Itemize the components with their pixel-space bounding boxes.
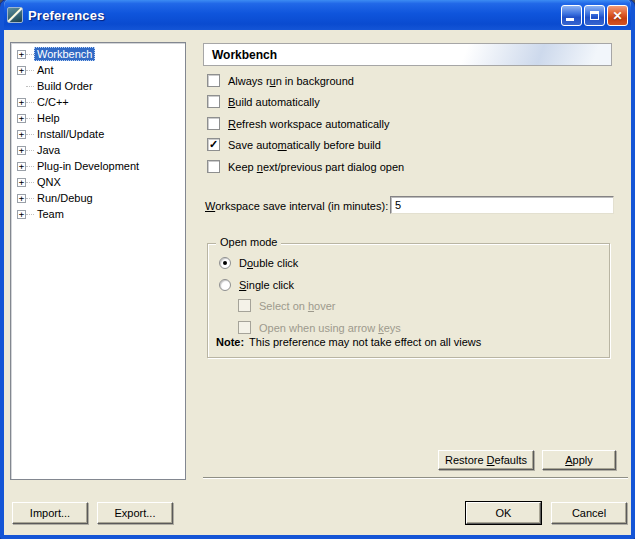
tree-connector: [26, 134, 34, 135]
checkbox-box: [238, 321, 251, 334]
workspace-save-interval-label: Workspace save interval (in minutes):: [205, 200, 388, 212]
checkbox-box[interactable]: [207, 95, 220, 108]
expander-icon[interactable]: +: [17, 194, 26, 203]
tree-item-label[interactable]: Install/Update: [34, 127, 107, 141]
checkbox-box[interactable]: [207, 117, 220, 130]
checkbox-box[interactable]: [207, 160, 220, 173]
tree-connector: [26, 54, 34, 55]
tree-item-ant[interactable]: + Ant: [11, 62, 185, 78]
dialog-body: + Workbench + Ant Build Order + C/C++ +: [4, 30, 631, 535]
checkbox-label: Build automatically: [228, 96, 320, 108]
footer-separator: [203, 477, 628, 479]
tree-item-workbench[interactable]: + Workbench: [11, 46, 185, 62]
preferences-dialog: Preferences ✕ + Workbench + Ant Build Or…: [0, 0, 635, 539]
close-button[interactable]: ✕: [607, 5, 628, 26]
tree-item-label[interactable]: Team: [34, 207, 67, 221]
checkbox-refresh-workspace[interactable]: Refresh workspace automatically: [207, 117, 389, 130]
checkbox-label: Save automatically before build: [228, 139, 381, 151]
radio-single-click[interactable]: Single click: [219, 279, 294, 291]
maximize-icon: [590, 11, 599, 20]
checkbox-always-run-in-background[interactable]: Always run in background: [207, 74, 354, 87]
minimize-icon: [566, 18, 574, 21]
radio-label: Single click: [239, 279, 294, 291]
tree-item-label[interactable]: Help: [34, 111, 63, 125]
tree-item-plugin-development[interactable]: + Plug-in Development: [11, 158, 185, 174]
checkbox-label: Select on hover: [259, 300, 335, 312]
tree-item-label[interactable]: C/C++: [34, 95, 72, 109]
radio-label: Double click: [239, 257, 298, 269]
tree-item-label[interactable]: Plug-in Development: [34, 159, 142, 173]
expander-icon[interactable]: +: [17, 114, 26, 123]
page-title-banner: Workbench: [203, 43, 612, 66]
expander-icon[interactable]: +: [17, 130, 26, 139]
expander-icon[interactable]: +: [17, 162, 26, 171]
checkmark-icon: ✓: [209, 139, 218, 150]
tree-connector: [26, 102, 34, 103]
tree-connector: [26, 198, 34, 199]
checkbox-select-on-hover: Select on hover: [238, 299, 335, 312]
apply-button[interactable]: Apply: [542, 450, 616, 470]
checkbox-box[interactable]: ✓: [207, 138, 220, 151]
tree-item-label[interactable]: Run/Debug: [34, 191, 96, 205]
tree-connector: [26, 118, 34, 119]
expander-icon[interactable]: +: [17, 146, 26, 155]
close-icon: ✕: [612, 10, 622, 22]
expander-icon[interactable]: +: [17, 210, 26, 219]
note-text: Note:This preference may not take effect…: [216, 336, 481, 348]
tree-connector: [26, 214, 34, 215]
tree-item-label[interactable]: Java: [34, 143, 63, 157]
import-button[interactable]: Import...: [12, 502, 88, 524]
tree-item-java[interactable]: + Java: [11, 142, 185, 158]
tree-item-install-update[interactable]: + Install/Update: [11, 126, 185, 142]
checkbox-label: Keep next/previous part dialog open: [228, 161, 404, 173]
open-mode-group-title: Open mode: [216, 236, 281, 248]
tree-item-label[interactable]: QNX: [34, 175, 64, 189]
checkbox-build-automatically[interactable]: Build automatically: [207, 95, 320, 108]
radio-icon[interactable]: [219, 279, 231, 291]
tree-connector: [26, 166, 34, 167]
open-mode-group: Open mode Double click Single click Sele…: [207, 243, 610, 358]
expander-icon[interactable]: +: [17, 178, 26, 187]
checkbox-open-arrow-keys: Open when using arrow keys: [238, 321, 401, 334]
preferences-tree[interactable]: + Workbench + Ant Build Order + C/C++ +: [10, 42, 186, 480]
preferences-app-icon: [7, 7, 23, 23]
tree-connector: [26, 150, 34, 151]
tree-item-label[interactable]: Workbench: [34, 47, 95, 61]
tree-item-label[interactable]: Ant: [34, 63, 57, 77]
page-title: Workbench: [212, 48, 277, 62]
tree-item-team[interactable]: + Team: [11, 206, 185, 222]
checkbox-save-before-build[interactable]: ✓ Save automatically before build: [207, 138, 381, 151]
tree-item-help[interactable]: + Help: [11, 110, 185, 126]
tree-item-c-cpp[interactable]: + C/C++: [11, 94, 185, 110]
checkbox-keep-part-dialog-open[interactable]: Keep next/previous part dialog open: [207, 160, 404, 173]
expander-icon[interactable]: +: [17, 50, 26, 59]
radio-icon[interactable]: [219, 257, 231, 269]
cancel-button[interactable]: Cancel: [551, 502, 627, 524]
checkbox-label: Always run in background: [228, 75, 354, 87]
export-button[interactable]: Export...: [97, 502, 173, 524]
expander-icon[interactable]: +: [17, 98, 26, 107]
checkbox-box: [238, 299, 251, 312]
window-title: Preferences: [28, 8, 105, 23]
checkbox-label: Open when using arrow keys: [259, 322, 401, 334]
title-bar[interactable]: Preferences ✕: [0, 0, 635, 30]
restore-defaults-button[interactable]: Restore Defaults: [438, 450, 534, 470]
note-label: Note:: [216, 336, 244, 348]
maximize-button[interactable]: [584, 5, 605, 26]
tree-item-label[interactable]: Build Order: [34, 79, 96, 93]
tree-item-qnx[interactable]: + QNX: [11, 174, 185, 190]
minimize-button[interactable]: [561, 5, 582, 26]
expander-icon: [17, 82, 26, 91]
tree-item-build-order[interactable]: Build Order: [11, 78, 185, 94]
checkbox-label: Refresh workspace automatically: [228, 118, 389, 130]
workspace-save-interval-input[interactable]: [390, 196, 614, 214]
expander-icon[interactable]: +: [17, 66, 26, 75]
tree-connector: [26, 86, 34, 87]
tree-connector: [26, 70, 34, 71]
tree-item-run-debug[interactable]: + Run/Debug: [11, 190, 185, 206]
radio-double-click[interactable]: Double click: [219, 257, 298, 269]
tree-connector: [26, 182, 34, 183]
checkbox-box[interactable]: [207, 74, 220, 87]
ok-button[interactable]: OK: [466, 502, 541, 524]
